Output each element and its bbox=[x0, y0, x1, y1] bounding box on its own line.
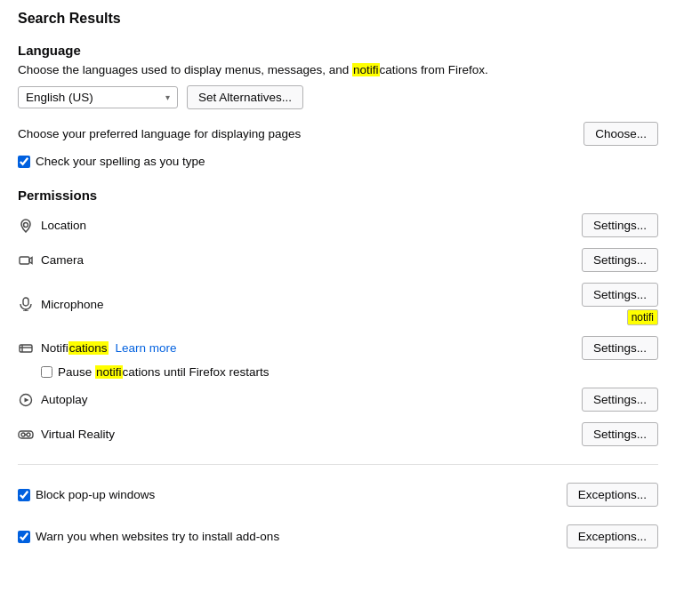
divider bbox=[18, 464, 658, 465]
svg-marker-10 bbox=[25, 397, 29, 402]
pause-highlight: notifi bbox=[95, 365, 123, 379]
svg-marker-2 bbox=[29, 257, 32, 263]
pause-prefix: Pause bbox=[58, 365, 95, 379]
notifications-icon bbox=[18, 340, 34, 356]
permission-row-vr: Virtual Reality Settings... bbox=[18, 417, 658, 452]
warn-addons-row: Warn you when websites try to install ad… bbox=[18, 519, 658, 554]
notifications-settings-button[interactable]: Settings... bbox=[582, 336, 658, 360]
language-section: Language Choose the languages used to di… bbox=[18, 43, 658, 168]
permission-left-location: Location bbox=[18, 218, 86, 234]
notifications-text-prefix: Notifi bbox=[41, 341, 68, 355]
location-label: Location bbox=[41, 219, 86, 232]
svg-rect-1 bbox=[20, 257, 29, 264]
language-row: English (US) ▾ Set Alternatives... bbox=[18, 85, 658, 109]
permission-row-notifications: Notifications Learn more Settings... bbox=[18, 331, 658, 365]
microphone-icon bbox=[18, 296, 34, 312]
svg-rect-3 bbox=[23, 298, 28, 306]
spelling-checkbox-row: Check your spelling as you type bbox=[18, 155, 658, 168]
location-icon bbox=[18, 218, 34, 234]
microphone-settings-button[interactable]: Settings... bbox=[582, 283, 658, 307]
vr-settings-button[interactable]: Settings... bbox=[582, 422, 658, 446]
pause-notifications-label: Pause notifications until Firefox restar… bbox=[58, 365, 270, 379]
vr-label: Virtual Reality bbox=[41, 428, 115, 441]
microphone-settings-wrap: Settings... notifi bbox=[582, 283, 658, 325]
notifications-label: Notifications bbox=[41, 341, 109, 355]
svg-point-13 bbox=[27, 433, 30, 436]
pause-notifications-row: Pause notifications until Firefox restar… bbox=[41, 365, 658, 379]
set-alternatives-button[interactable]: Set Alternatives... bbox=[187, 85, 303, 109]
block-popups-checkbox[interactable] bbox=[18, 489, 30, 501]
permission-left-autoplay: Autoplay bbox=[18, 392, 88, 408]
warn-addons-checkbox[interactable] bbox=[18, 531, 30, 543]
warn-addons-checkbox-row: Warn you when websites try to install ad… bbox=[18, 530, 279, 543]
permission-left-microphone: Microphone bbox=[18, 296, 104, 312]
permission-row-location: Location Settings... bbox=[18, 208, 658, 243]
permission-left-vr: Virtual Reality bbox=[18, 427, 115, 443]
pause-suffix: cations until Firefox restarts bbox=[123, 365, 270, 379]
block-popups-exceptions-button[interactable]: Exceptions... bbox=[567, 483, 658, 507]
autoplay-label: Autoplay bbox=[41, 393, 88, 406]
svg-point-12 bbox=[21, 433, 25, 436]
warn-addons-exceptions-button[interactable]: Exceptions... bbox=[567, 524, 658, 548]
location-settings-button[interactable]: Settings... bbox=[582, 213, 658, 237]
microphone-label: Microphone bbox=[41, 298, 104, 311]
permission-row-notifications-wrap: Notifications Learn more Settings... Pau… bbox=[18, 331, 658, 379]
autoplay-settings-button[interactable]: Settings... bbox=[582, 388, 658, 412]
choose-button[interactable]: Choose... bbox=[583, 122, 658, 146]
permission-row-microphone: Microphone Settings... notifi bbox=[18, 277, 658, 331]
warn-addons-label: Warn you when websites try to install ad… bbox=[36, 530, 279, 543]
language-desc-suffix: cations from Firefox. bbox=[380, 63, 488, 76]
language-section-title: Language bbox=[18, 43, 658, 58]
block-popups-checkbox-row: Block pop-up windows bbox=[18, 488, 155, 501]
page-title: Search Results bbox=[18, 11, 658, 27]
language-desc-highlight: notifi bbox=[352, 63, 380, 76]
svg-point-0 bbox=[24, 222, 28, 227]
autoplay-icon bbox=[18, 392, 34, 408]
block-popups-label: Block pop-up windows bbox=[36, 488, 155, 501]
camera-settings-button[interactable]: Settings... bbox=[582, 248, 658, 272]
svg-rect-6 bbox=[20, 345, 32, 352]
chevron-down-icon: ▾ bbox=[165, 92, 170, 102]
spelling-label: Check your spelling as you type bbox=[36, 155, 205, 168]
permission-left-camera: Camera bbox=[18, 252, 84, 268]
permissions-section: Permissions Location Settings... Camera bbox=[18, 188, 658, 554]
permissions-section-title: Permissions bbox=[18, 188, 658, 203]
spelling-checkbox[interactable] bbox=[18, 156, 30, 168]
block-popups-row: Block pop-up windows Exceptions... bbox=[18, 477, 658, 512]
permission-row-autoplay: Autoplay Settings... bbox=[18, 382, 658, 417]
language-desc-prefix: Choose the languages used to display men… bbox=[18, 63, 352, 76]
camera-label: Camera bbox=[41, 253, 84, 267]
permission-row-camera: Camera Settings... bbox=[18, 243, 658, 277]
notifications-learn-more[interactable]: Learn more bbox=[116, 341, 177, 355]
notifications-highlight: cations bbox=[68, 341, 109, 355]
preferred-language-label: Choose your preferred language for displ… bbox=[18, 127, 301, 140]
language-select[interactable]: English (US) ▾ bbox=[18, 86, 178, 108]
language-select-value: English (US) bbox=[26, 91, 93, 104]
pause-notifications-checkbox[interactable] bbox=[41, 366, 52, 378]
microphone-notifi-tooltip: notifi bbox=[627, 309, 658, 325]
choose-language-row: Choose your preferred language for displ… bbox=[18, 122, 658, 146]
language-description: Choose the languages used to display men… bbox=[18, 63, 658, 76]
camera-icon bbox=[18, 252, 34, 268]
notifications-left: Notifications Learn more bbox=[18, 340, 177, 356]
vr-icon bbox=[18, 427, 34, 443]
